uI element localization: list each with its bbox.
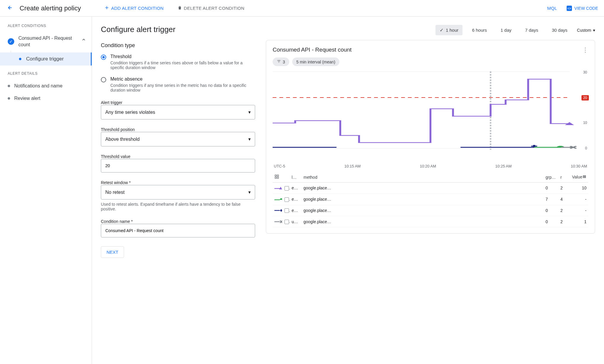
alert-trigger-select[interactable]: Any time series violates ▾	[101, 105, 255, 119]
dropdown-icon: ▾	[248, 109, 251, 115]
series-checkbox[interactable]	[284, 220, 289, 224]
filter-pill[interactable]: 3	[273, 58, 289, 66]
dot-icon	[8, 85, 10, 87]
cell-method: google.place…	[302, 205, 544, 216]
cell-value: 10	[568, 183, 588, 194]
threshold-value-input[interactable]	[101, 159, 255, 173]
sidebar-item-label: Consumed API - Request count	[18, 35, 77, 48]
series-marker-icon	[274, 220, 282, 223]
series-marker-icon	[274, 208, 282, 212]
y-tick: 0	[585, 146, 587, 150]
time-chip-7-days[interactable]: 7 days	[521, 25, 542, 35]
preview-column: ✓ 1 hour 6 hours 1 day 7 days 30 days Cu…	[266, 25, 595, 356]
threshold-position-select[interactable]: Above threshold ▾	[101, 132, 255, 146]
cell-grp: 0	[544, 205, 559, 216]
radio-description: Condition triggers if a time series rise…	[110, 60, 247, 70]
series-checkbox[interactable]	[284, 186, 289, 191]
th-grp[interactable]: grp…	[544, 172, 559, 183]
sidebar-section-conditions: ALERT CONDITIONS	[0, 24, 92, 32]
form-heading: Configure alert trigger	[101, 25, 255, 34]
time-chip-1-hour[interactable]: ✓ 1 hour	[435, 25, 463, 35]
sidebar-section-details: ALERT DETAILS	[0, 66, 92, 80]
field-threshold-position: Threshold position Above threshold ▾	[101, 127, 255, 146]
th-method[interactable]: method	[302, 172, 544, 183]
radio-icon[interactable]	[101, 55, 106, 60]
sidebar-subitem-configure-trigger[interactable]: Configure trigger	[0, 52, 92, 66]
radio-label: Metric absence	[110, 76, 247, 82]
cell-r: 4	[559, 194, 568, 205]
svg-rect-15	[585, 175, 586, 178]
table-row[interactable]: u…google.place…021	[273, 216, 588, 227]
field-label: Condition name *	[101, 219, 133, 224]
chevron-up-icon[interactable]: ⌃	[81, 38, 86, 45]
svg-marker-17	[279, 187, 282, 189]
cell-grp: 0	[544, 216, 559, 227]
condition-name-input[interactable]	[101, 224, 255, 237]
dropdown-icon: ▾	[248, 189, 251, 195]
field-label: Retest window *	[101, 180, 131, 185]
cell-value: -	[568, 194, 588, 205]
delete-alert-condition-button[interactable]: DELETE ALERT CONDITION	[175, 4, 247, 13]
sidebar-item-notifications[interactable]: Notifications and name	[0, 80, 92, 92]
filter-icon	[277, 59, 281, 64]
time-chip-1-day[interactable]: 1 day	[496, 25, 516, 35]
form-column: Configure alert trigger Condition type T…	[101, 25, 255, 356]
threshold-badge: 20	[581, 95, 589, 100]
time-chip-custom[interactable]: Custom ▾	[577, 28, 595, 33]
cell-r: 2	[559, 216, 568, 227]
radio-icon[interactable]	[101, 77, 106, 82]
field-label: Alert trigger	[101, 100, 122, 105]
cell-value: 1	[568, 216, 588, 227]
svg-rect-14	[584, 175, 585, 178]
x-tick: 10:20 AM	[420, 164, 436, 168]
series-marker-icon	[274, 186, 282, 189]
cell-method: google.place…	[302, 194, 544, 205]
series-table: l… method grp… r Value e…	[273, 172, 588, 227]
time-chip-30-days[interactable]: 30 days	[548, 25, 572, 35]
back-arrow-icon[interactable]	[6, 4, 12, 12]
table-row[interactable]: e…google.place…74-	[273, 194, 588, 205]
mql-button[interactable]: MQL	[545, 4, 559, 12]
dot-icon	[8, 97, 10, 100]
table-row[interactable]: e…google.place…02-	[273, 205, 588, 216]
topbar: Create alerting policy ADD ALERT CONDITI…	[0, 0, 604, 17]
radio-option-absence[interactable]: Metric absence Condition triggers if any…	[101, 76, 255, 92]
page-title: Create alerting policy	[20, 4, 81, 12]
dropdown-icon: ▾	[593, 28, 595, 33]
cell-r: 2	[559, 205, 568, 216]
dropdown-icon: ▾	[248, 136, 251, 142]
radio-option-threshold[interactable]: Threshold Condition triggers if a time s…	[101, 54, 255, 70]
time-range-row: ✓ 1 hour 6 hours 1 day 7 days 30 days Cu…	[266, 25, 595, 35]
field-label: Threshold position	[101, 127, 135, 132]
x-tick: 10:15 AM	[344, 164, 361, 168]
y-tick: 30	[583, 70, 587, 74]
sidebar-item-condition[interactable]: ✓ Consumed API - Request count ⌃	[0, 32, 92, 51]
cell-loc: e…	[290, 183, 302, 194]
sidebar-item-label: Review alert	[14, 95, 40, 102]
legend-toggle-icon[interactable]	[273, 172, 283, 183]
chart[interactable]: 20 30 10 0	[273, 70, 588, 159]
more-menu-icon[interactable]: ⋮	[582, 46, 588, 53]
cell-grp: 7	[544, 194, 559, 205]
th-loc[interactable]: l…	[290, 172, 302, 183]
next-button[interactable]: NEXT	[101, 246, 124, 258]
view-code-button[interactable]: <> VIEW CODE	[567, 6, 598, 11]
field-helper: Used to retest alerts. Expand timeframe …	[101, 202, 243, 211]
th-r[interactable]: r	[559, 172, 568, 183]
field-threshold-value: Threshold value	[101, 154, 255, 173]
radio-description: Condition triggers if any time series in…	[110, 83, 247, 92]
field-retest-window: Retest window * No retest ▾ Used to rete…	[101, 180, 255, 211]
series-checkbox[interactable]	[284, 208, 289, 213]
sidebar-item-review[interactable]: Review alert	[0, 92, 92, 105]
th-value[interactable]: Value	[572, 175, 582, 179]
interval-pill[interactable]: 5 min interval (mean)	[292, 58, 340, 66]
retest-window-select[interactable]: No retest ▾	[101, 185, 255, 199]
add-alert-condition-button[interactable]: ADD ALERT CONDITION	[102, 3, 166, 13]
cell-loc: e…	[290, 194, 302, 205]
columns-icon[interactable]	[582, 175, 586, 180]
field-condition-name: Condition name *	[101, 219, 255, 237]
series-checkbox[interactable]	[284, 197, 289, 202]
table-row[interactable]: e…google.place…0210	[273, 183, 588, 194]
preview-title: Consumed API - Request count	[273, 47, 352, 53]
time-chip-6-hours[interactable]: 6 hours	[468, 25, 491, 35]
